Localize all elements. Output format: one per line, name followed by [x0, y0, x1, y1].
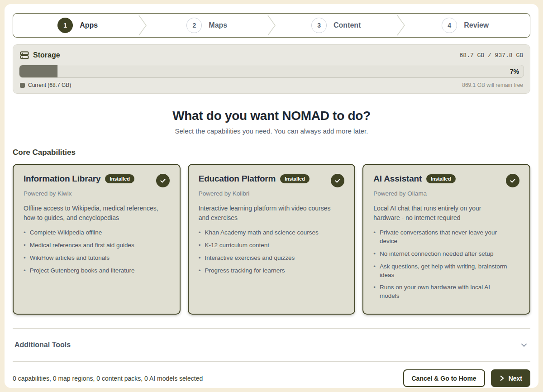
legend-current-label: Current (68.7 GB)	[28, 82, 71, 88]
storage-progress-bar: 7%	[19, 65, 524, 78]
wizard-footer: 0 capabilities, 0 map regions, 0 content…	[13, 369, 530, 387]
feature-item: •Project Gutenberg books and literature	[24, 267, 159, 275]
storage-percent-label: 7%	[510, 68, 519, 75]
step-number-badge: 1	[57, 18, 73, 33]
feature-item: •Private conversations that never leave …	[373, 229, 509, 246]
feature-text: Complete Wikipedia offline	[30, 229, 102, 237]
selected-check-icon	[506, 174, 519, 187]
feature-item: •Medical references and first aid guides	[24, 241, 159, 250]
step-number-badge: 3	[311, 18, 327, 33]
selected-check-icon	[156, 174, 170, 187]
hard-drive-icon	[20, 51, 29, 60]
card-title: AI Assistant	[373, 174, 422, 184]
feature-text: Interactive exercises and quizzes	[205, 254, 295, 263]
step-number-badge: 4	[442, 18, 457, 33]
bullet-icon: •	[373, 250, 376, 258]
selection-summary: 0 capabilities, 0 map regions, 0 content…	[13, 375, 203, 382]
feature-text: Project Gutenberg books and literature	[30, 267, 135, 275]
bullet-icon: •	[199, 254, 201, 263]
installed-badge: Installed	[426, 174, 456, 183]
step-number: 1	[63, 22, 67, 29]
powered-by-label: Powered by Ollama	[373, 190, 519, 197]
additional-tools-heading: Additional Tools	[14, 341, 71, 349]
capability-card[interactable]: AI Assistant Installed Powered by Ollama…	[362, 164, 530, 315]
storage-usage-text: 68.7 GB / 937.8 GB	[460, 52, 523, 59]
step-number-badge: 2	[186, 18, 202, 33]
current-usage-swatch	[20, 83, 25, 88]
feature-item: •Complete Wikipedia offline	[24, 229, 159, 237]
stepper-step[interactable]: 4 Review	[401, 14, 530, 37]
selected-check-icon	[331, 174, 344, 187]
card-description: Offline access to Wikipedia, medical ref…	[24, 204, 159, 223]
feature-item: •No internet connection needed after set…	[373, 250, 509, 258]
card-description: Local AI chat that runs entirely on your…	[373, 204, 509, 223]
bullet-icon: •	[199, 229, 201, 237]
bullet-icon: •	[373, 283, 376, 301]
next-button[interactable]: Next	[491, 369, 530, 387]
step-number: 3	[317, 22, 321, 29]
installed-badge: Installed	[105, 174, 134, 183]
setup-wizard-panel: 1 Apps 2 Maps 3 Content 4 Review	[5, 4, 538, 388]
step-number: 4	[448, 22, 451, 29]
cancel-button[interactable]: Cancel & Go to Home	[403, 369, 485, 387]
page-subtitle: Select the capabilities you need. You ca…	[13, 127, 530, 135]
bullet-icon: •	[373, 229, 376, 246]
card-title: Information Library	[24, 174, 100, 184]
powered-by-label: Powered by Kolibri	[199, 190, 345, 197]
step-number: 2	[192, 22, 196, 29]
capability-card[interactable]: Education Platform Installed Powered by …	[188, 164, 356, 315]
feature-item: •Interactive exercises and quizzes	[199, 254, 334, 263]
feature-item: •Khan Academy math and science courses	[199, 229, 334, 237]
chevron-right-icon	[499, 375, 505, 381]
feature-text: Ask questions, get help with writing, br…	[380, 263, 509, 280]
capability-card[interactable]: Information Library Installed Powered by…	[13, 164, 181, 315]
capability-cards: Information Library Installed Powered by…	[13, 164, 530, 315]
wizard-stepper: 1 Apps 2 Maps 3 Content 4 Review	[13, 13, 530, 38]
additional-tools-toggle[interactable]: Additional Tools	[13, 328, 530, 362]
stepper-step[interactable]: 3 Content	[272, 14, 401, 37]
storage-progress-fill	[19, 65, 57, 77]
bullet-icon: •	[24, 267, 26, 275]
feature-list: •Private conversations that never leave …	[373, 229, 519, 301]
feature-text: K-12 curriculum content	[205, 241, 269, 250]
core-capabilities-heading: Core Capabilities	[13, 148, 530, 157]
bullet-icon: •	[199, 267, 201, 275]
storage-panel: Storage 68.7 GB / 937.8 GB 7% Current (6…	[13, 44, 530, 94]
feature-item: •Runs on your own hardware with local AI…	[373, 283, 509, 301]
remaining-free-label: 869.1 GB will remain free	[462, 82, 523, 88]
cancel-button-label: Cancel & Go to Home	[412, 375, 476, 382]
feature-item: •K-12 curriculum content	[199, 241, 334, 250]
feature-item: •Progress tracking for learners	[199, 267, 334, 275]
feature-item: •Ask questions, get help with writing, b…	[373, 263, 509, 280]
bullet-icon: •	[24, 241, 26, 250]
page-title: What do you want NOMAD to do?	[13, 109, 530, 123]
feature-text: WikiHow articles and tutorials	[30, 254, 110, 263]
storage-title: Storage	[33, 51, 60, 59]
step-label: Maps	[209, 21, 227, 29]
next-button-label: Next	[509, 375, 522, 382]
feature-text: Private conversations that never leave y…	[380, 229, 509, 246]
stepper-step[interactable]: 2 Maps	[143, 14, 272, 37]
step-label: Content	[333, 21, 361, 29]
step-label: Review	[464, 21, 489, 29]
stepper-step[interactable]: 1 Apps	[13, 14, 143, 37]
step-label: Apps	[80, 21, 98, 29]
feature-text: Progress tracking for learners	[205, 267, 285, 275]
feature-list: •Khan Academy math and science courses •…	[199, 229, 345, 275]
feature-text: Khan Academy math and science courses	[205, 229, 318, 237]
feature-list: •Complete Wikipedia offline •Medical ref…	[24, 229, 170, 275]
chevron-down-icon	[519, 340, 529, 349]
installed-badge: Installed	[280, 174, 310, 183]
bullet-icon: •	[24, 229, 26, 237]
bullet-icon: •	[199, 241, 201, 250]
bullet-icon: •	[24, 254, 26, 263]
feature-text: Medical references and first aid guides	[30, 241, 134, 250]
card-title: Education Platform	[199, 174, 276, 184]
bullet-icon: •	[373, 263, 376, 280]
powered-by-label: Powered by Kiwix	[24, 190, 170, 197]
card-description: Interactive learning platform with video…	[199, 204, 334, 223]
feature-text: Runs on your own hardware with local AI …	[380, 283, 509, 301]
feature-item: •WikiHow articles and tutorials	[24, 254, 159, 263]
feature-text: No internet connection needed after setu…	[380, 250, 493, 258]
